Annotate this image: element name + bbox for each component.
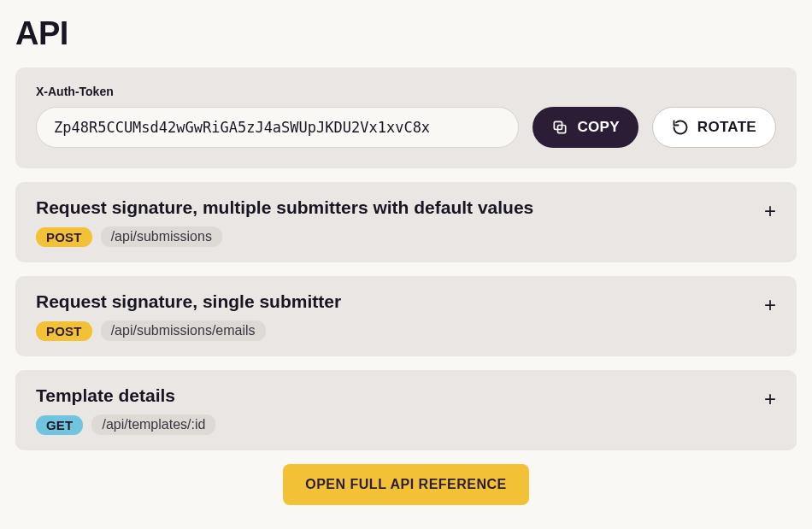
- page-title: API: [15, 15, 797, 52]
- open-full-api-reference-button[interactable]: OPEN FULL API REFERENCE: [283, 464, 529, 505]
- rotate-button-label: ROTATE: [697, 119, 756, 136]
- endpoint-title: Request signature, single submitter: [36, 291, 776, 312]
- copy-icon: [551, 119, 568, 136]
- auth-token-panel: X-Auth-Token COPY ROTATE: [15, 68, 797, 168]
- endpoint-title: Request signature, multiple submitters w…: [36, 197, 776, 218]
- open-reference-wrap: OPEN FULL API REFERENCE: [15, 464, 797, 505]
- path-badge: /api/templates/:id: [91, 414, 215, 435]
- auth-token-input[interactable]: [36, 107, 519, 148]
- method-badge: GET: [36, 415, 83, 435]
- endpoint-meta: POST /api/submissions: [36, 226, 776, 247]
- endpoint-meta: POST /api/submissions/emails: [36, 320, 776, 341]
- endpoint-card[interactable]: Template details GET /api/templates/:id …: [15, 370, 797, 450]
- expand-icon[interactable]: +: [764, 295, 776, 315]
- copy-button[interactable]: COPY: [533, 107, 638, 148]
- rotate-button[interactable]: ROTATE: [652, 107, 776, 148]
- method-badge: POST: [36, 321, 92, 341]
- endpoint-card[interactable]: Request signature, multiple submitters w…: [15, 182, 797, 262]
- expand-icon[interactable]: +: [764, 201, 776, 221]
- path-badge: /api/submissions: [101, 226, 222, 247]
- copy-button-label: COPY: [577, 119, 619, 136]
- rotate-icon: [672, 119, 689, 136]
- method-badge: POST: [36, 227, 92, 247]
- expand-icon[interactable]: +: [764, 389, 776, 409]
- endpoint-card[interactable]: Request signature, single submitter POST…: [15, 276, 797, 356]
- auth-token-label: X-Auth-Token: [36, 85, 776, 98]
- auth-token-row: COPY ROTATE: [36, 107, 776, 148]
- endpoint-meta: GET /api/templates/:id: [36, 414, 776, 435]
- endpoint-title: Template details: [36, 385, 776, 406]
- path-badge: /api/submissions/emails: [101, 320, 266, 341]
